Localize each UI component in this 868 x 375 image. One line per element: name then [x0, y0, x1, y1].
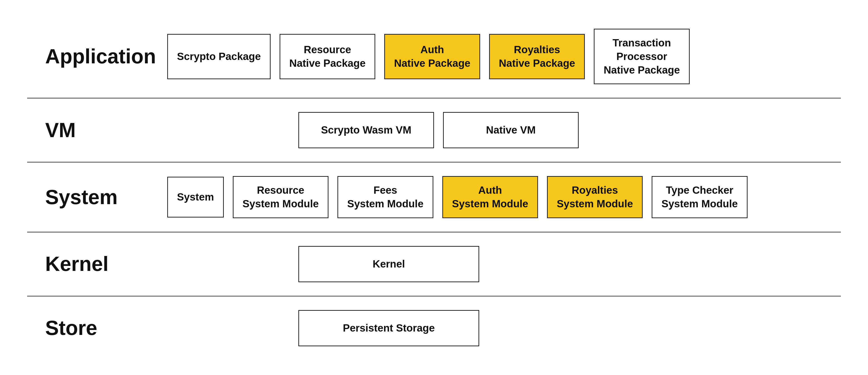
box-scrypto-package: Scrypto Package — [167, 34, 271, 79]
vm-boxes: Scrypto Wasm VM Native VM — [298, 112, 579, 148]
box-native-vm: Native VM — [443, 112, 579, 148]
store-label: Store — [45, 316, 158, 340]
box-transaction-processor-native-package: TransactionProcessorNative Package — [594, 29, 690, 84]
box-type-checker-system-module: Type CheckerSystem Module — [652, 176, 747, 218]
box-fees-system-module: FeesSystem Module — [338, 176, 433, 218]
system-layer: System System ResourceSystem Module Fees… — [27, 163, 841, 232]
box-persistent-storage: Persistent Storage — [298, 310, 479, 346]
application-label: Application — [45, 45, 158, 68]
store-layer: Store Persistent Storage — [27, 296, 841, 360]
system-label: System — [45, 185, 158, 209]
box-auth-system-module: AuthSystem Module — [442, 176, 538, 218]
box-resource-system-module: ResourceSystem Module — [233, 176, 329, 218]
store-boxes: Persistent Storage — [298, 310, 479, 346]
box-resource-native-package: ResourceNative Package — [280, 34, 375, 79]
application-layer: Application Scrypto Package ResourceNati… — [27, 15, 841, 98]
kernel-boxes: Kernel — [298, 246, 479, 282]
system-boxes: System ResourceSystem Module FeesSystem … — [167, 176, 747, 218]
vm-label: VM — [45, 119, 158, 142]
box-royalties-native-package: RoyaltiesNative Package — [489, 34, 585, 79]
box-auth-native-package: AuthNative Package — [384, 34, 480, 79]
box-scrypto-wasm-vm: Scrypto Wasm VM — [298, 112, 434, 148]
kernel-layer: Kernel Kernel — [27, 232, 841, 296]
box-kernel: Kernel — [298, 246, 479, 282]
application-boxes: Scrypto Package ResourceNative Package A… — [167, 29, 690, 84]
box-royalties-system-module: RoyaltiesSystem Module — [547, 176, 643, 218]
architecture-diagram: Application Scrypto Package ResourceNati… — [27, 15, 841, 360]
vm-layer: VM Scrypto Wasm VM Native VM — [27, 98, 841, 163]
kernel-label: Kernel — [45, 252, 158, 276]
box-system: System — [167, 177, 224, 218]
